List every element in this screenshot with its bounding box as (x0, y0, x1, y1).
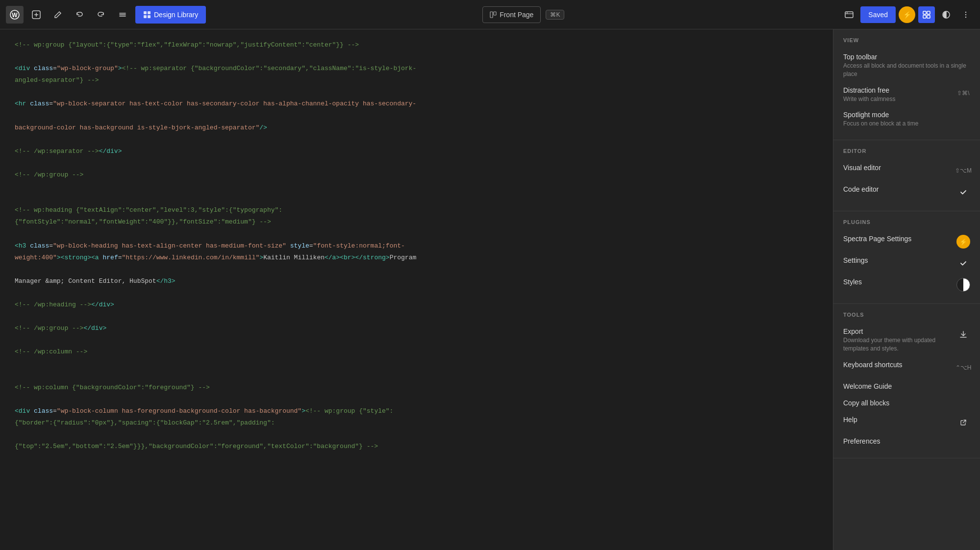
visual-editor-title: Visual editor (843, 164, 953, 172)
edit-button[interactable] (49, 6, 67, 24)
spotlight-mode-info: Spotlight mode Focus on one block at a t… (843, 111, 970, 128)
styles-info: Styles (843, 278, 953, 287)
code-line (15, 86, 818, 98)
tools-section-title: TOOLS (843, 312, 970, 318)
svg-point-23 (965, 14, 966, 15)
spectra-page-settings-item[interactable]: Spectra Page Settings ⚡ (843, 231, 970, 252)
distraction-free-item[interactable]: Distraction free Write with calmness ⇧⌘\ (843, 82, 970, 107)
top-toolbar-subtitle: Access all block and document tools in a… (843, 62, 970, 78)
code-line (15, 157, 818, 169)
code-line: <!-- wp:heading {"textAlign":"center","l… (15, 204, 818, 216)
copy-all-blocks-item[interactable]: Copy all blocks (843, 395, 970, 412)
code-line: weight:400"><strong><a href="https://www… (15, 252, 818, 264)
export-subtitle: Download your theme with updated templat… (843, 336, 953, 353)
front-page-label: Front Page (500, 11, 533, 19)
code-line (15, 193, 818, 204)
svg-rect-18 (927, 11, 930, 14)
code-line (15, 370, 818, 382)
view-section-title: VIEW (843, 37, 970, 43)
settings-info: Settings (843, 256, 953, 265)
code-line: Manager &amp; Content Editor, HubSpot</h… (15, 275, 818, 287)
undo-button[interactable] (71, 6, 88, 24)
code-editor-item[interactable]: Code editor (843, 181, 970, 203)
code-editor-info: Code editor (843, 185, 953, 194)
help-external-icon (956, 416, 970, 429)
code-line (15, 181, 818, 193)
keyboard-shortcuts-item[interactable]: Keyboard shortcuts ⌃⌥H (843, 357, 970, 378)
add-block-button[interactable] (27, 6, 45, 24)
design-library-label: Design Library (154, 11, 198, 19)
svg-rect-10 (144, 15, 147, 18)
code-line: {"border":{"radius":"0px"},"spacing":{"b… (15, 417, 818, 429)
keyboard-shortcuts-kbd: ⌃⌥H (955, 364, 972, 371)
redo-button[interactable] (92, 6, 110, 24)
code-editor-title: Code editor (843, 185, 953, 193)
code-line (15, 334, 818, 346)
spectra-page-settings-info: Spectra Page Settings (843, 235, 953, 244)
code-editor[interactable]: <!-- wp:group {"layout":{"type":"flex","… (0, 29, 833, 550)
code-line (15, 51, 818, 63)
spotlight-mode-subtitle: Focus on one block at a time (843, 120, 970, 128)
copy-all-blocks-title: Copy all blocks (843, 399, 970, 407)
welcome-guide-info: Welcome Guide (843, 382, 970, 391)
top-toolbar-title: Top toolbar (843, 53, 970, 61)
help-item[interactable]: Help (843, 412, 970, 433)
tools-section: TOOLS Export Download your theme with up… (833, 304, 980, 458)
editor-section-title: EDITOR (843, 148, 970, 154)
code-line (15, 134, 818, 146)
wp-logo[interactable]: W (6, 6, 24, 24)
view-button[interactable] (841, 6, 857, 23)
plugins-section: PLUGINS Spectra Page Settings ⚡ Settings (833, 211, 980, 304)
svg-rect-8 (144, 11, 147, 14)
plugins-section-title: PLUGINS (843, 219, 970, 225)
svg-point-22 (965, 11, 966, 12)
copy-all-blocks-info: Copy all blocks (843, 399, 970, 408)
half-circle-shape (956, 278, 970, 292)
distraction-free-shortcut: ⇧⌘\ (956, 86, 970, 100)
keyboard-shortcuts-shortcut: ⌃⌥H (956, 361, 970, 375)
export-download-icon (956, 327, 970, 341)
more-options-button[interactable] (957, 6, 974, 23)
top-toolbar: W (0, 0, 980, 29)
layout-button[interactable] (918, 6, 935, 23)
preferences-item[interactable]: Preferences (843, 433, 970, 450)
welcome-guide-title: Welcome Guide (843, 382, 970, 390)
top-toolbar-item[interactable]: Top toolbar Access all block and documen… (843, 49, 970, 82)
code-line: {"top":"2.5em","bottom":"2.5em"}}},"back… (15, 441, 818, 452)
settings-title: Settings (843, 256, 953, 264)
spectra-page-settings-title: Spectra Page Settings (843, 235, 953, 243)
visual-editor-kbd: ⇧⌥M (955, 167, 972, 174)
code-line (15, 228, 818, 240)
svg-rect-19 (923, 15, 926, 18)
visual-editor-item[interactable]: Visual editor ⇧⌥M (843, 160, 970, 181)
svg-rect-17 (923, 11, 926, 14)
spectra-orange-icon: ⚡ (956, 235, 970, 249)
spotlight-mode-item[interactable]: Spotlight mode Focus on one block at a t… (843, 107, 970, 132)
welcome-guide-item[interactable]: Welcome Guide (843, 378, 970, 395)
spectra-button[interactable]: ⚡ (899, 6, 915, 23)
svg-rect-14 (845, 12, 853, 18)
design-library-button[interactable]: Design Library (135, 6, 206, 24)
main-area: <!-- wp:group {"layout":{"type":"flex","… (0, 29, 980, 550)
styles-item[interactable]: Styles (843, 274, 970, 296)
code-line: <!-- wp:group {"layout":{"type":"flex","… (15, 39, 818, 51)
spectra-icon: ⚡ (903, 11, 911, 19)
code-line (15, 287, 818, 299)
code-line: <!-- /wp:column --> (15, 346, 818, 358)
contrast-button[interactable] (938, 6, 955, 23)
menu-button[interactable] (114, 6, 131, 24)
settings-item[interactable]: Settings (843, 252, 970, 274)
distraction-free-title: Distraction free (843, 86, 953, 94)
front-page-button[interactable]: Front Page (482, 6, 541, 23)
code-line: <div class="wp-block-group"><!-- wp:sepa… (15, 63, 818, 75)
keyboard-shortcuts-info: Keyboard shortcuts (843, 361, 953, 370)
code-line: <!-- /wp:heading --></div> (15, 299, 818, 311)
export-item[interactable]: Export Download your theme with updated … (843, 324, 970, 357)
svg-rect-12 (490, 12, 493, 18)
saved-button[interactable]: Saved (860, 6, 896, 23)
code-line: <!-- /wp:separator --></div> (15, 146, 818, 157)
settings-check-icon (956, 256, 970, 270)
help-title: Help (843, 416, 953, 424)
code-line (15, 429, 818, 441)
code-line (15, 264, 818, 275)
